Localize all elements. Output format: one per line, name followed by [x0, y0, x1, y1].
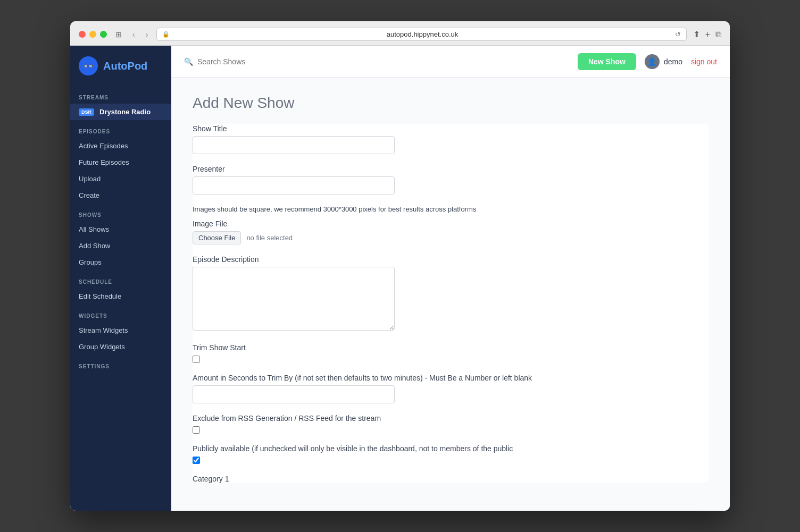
presenter-group: Presenter	[193, 165, 709, 195]
show-title-label: Show Title	[193, 124, 709, 133]
schedule-section-label: SCHEDULE	[70, 271, 171, 288]
exclude-rss-label: Exclude from RSS Generation / RSS Feed f…	[193, 414, 709, 423]
presenter-label: Presenter	[193, 165, 709, 173]
tab-view-button[interactable]: ⊞	[113, 29, 124, 40]
search-box: 🔍	[184, 57, 569, 66]
sidebar-item-group-widgets[interactable]: Group Widgets	[70, 339, 171, 355]
presenter-input[interactable]	[193, 176, 395, 195]
minimize-button[interactable]	[89, 31, 96, 38]
settings-section-label: SETTINGS	[70, 355, 171, 373]
sidebar-item-upload[interactable]: Upload	[70, 171, 171, 187]
header-user: 👤 demo	[645, 54, 682, 69]
stream-badge: DSR	[79, 108, 94, 116]
episode-description-group: Episode Description	[193, 255, 709, 333]
close-button[interactable]	[79, 31, 86, 38]
address-bar: 🔒 autopod.hippynet.co.uk ↺	[156, 28, 686, 41]
refresh-icon[interactable]: ↺	[675, 30, 681, 38]
exclude-rss-group: Exclude from RSS Generation / RSS Feed f…	[193, 414, 709, 434]
sidebar-stream-item[interactable]: DSR Drystone Radio	[70, 104, 171, 120]
lock-icon: 🔒	[162, 31, 170, 38]
image-info-group: Images should be square, we recommend 30…	[193, 205, 709, 244]
traffic-lights	[79, 31, 107, 38]
new-tab-icon[interactable]: +	[705, 30, 710, 39]
trim-show-start-row	[193, 355, 709, 363]
sidebar-item-future-episodes[interactable]: Future Episodes	[70, 154, 171, 171]
file-upload-row: Choose File no file selected	[193, 231, 709, 244]
back-button[interactable]: ‹	[130, 29, 137, 40]
no-file-text: no file selected	[246, 234, 293, 242]
sidebar: 👓 AutoPod STREAMS DSR Drystone Radio EPI…	[70, 46, 171, 511]
category1-label: Category 1	[193, 475, 709, 483]
stream-name: Drystone Radio	[99, 108, 151, 116]
username-label: demo	[664, 57, 682, 66]
trim-show-start-checkbox[interactable]	[193, 356, 200, 363]
episode-description-label: Episode Description	[193, 255, 709, 264]
main-content: Add New Show Show Title Presenter Images…	[171, 78, 730, 511]
logo-text: AutoPod	[103, 60, 147, 72]
split-view-icon[interactable]: ⧉	[715, 30, 721, 39]
share-icon[interactable]: ⬆	[693, 29, 700, 39]
sign-out-link[interactable]: sign out	[691, 57, 717, 66]
logo-icon: 👓	[79, 56, 98, 75]
logo-pod: Pod	[128, 60, 148, 72]
widgets-section-label: WIDGETS	[70, 305, 171, 322]
publicly-available-label: Publicly available (if unchecked will on…	[193, 444, 709, 453]
image-file-label: Image File	[193, 219, 709, 228]
trim-show-start-group: Trim Show Start	[193, 343, 709, 363]
exclude-rss-row	[193, 426, 709, 434]
trim-show-start-label: Trim Show Start	[193, 343, 709, 352]
publicly-available-row	[193, 456, 709, 464]
trim-amount-input[interactable]	[193, 385, 395, 403]
choose-file-button[interactable]: Choose File	[193, 231, 241, 244]
exclude-rss-checkbox[interactable]	[193, 426, 200, 434]
sidebar-item-active-episodes[interactable]: Active Episodes	[70, 138, 171, 154]
publicly-available-checkbox[interactable]	[193, 457, 200, 464]
streams-section-label: STREAMS	[70, 86, 171, 104]
sidebar-item-all-shows[interactable]: All Shows	[70, 221, 171, 238]
image-info-text: Images should be square, we recommend 30…	[193, 205, 709, 213]
search-input[interactable]	[197, 57, 569, 66]
episodes-section-label: EPISODES	[70, 120, 171, 138]
maximize-button[interactable]	[100, 31, 107, 38]
app-layout: 👓 AutoPod STREAMS DSR Drystone Radio EPI…	[70, 46, 730, 511]
url-display: autopod.hippynet.co.uk	[173, 30, 671, 38]
user-avatar-icon: 👤	[645, 54, 660, 69]
show-title-group: Show Title	[193, 124, 709, 154]
episode-description-textarea[interactable]	[193, 267, 395, 331]
publicly-available-group: Publicly available (if unchecked will on…	[193, 444, 709, 464]
page-title: Add New Show	[193, 95, 709, 112]
sidebar-item-groups[interactable]: Groups	[70, 254, 171, 271]
search-icon: 🔍	[184, 57, 193, 66]
show-title-input[interactable]	[193, 136, 395, 154]
sidebar-item-stream-widgets[interactable]: Stream Widgets	[70, 322, 171, 339]
shows-section-label: SHOWS	[70, 204, 171, 221]
category1-group: Category 1	[193, 475, 709, 483]
sidebar-logo: 👓 AutoPod	[70, 46, 171, 86]
browser-actions: ⬆ + ⧉	[693, 29, 721, 39]
sidebar-item-create[interactable]: Create	[70, 187, 171, 204]
trim-amount-group: Amount in Seconds to Trim By (if not set…	[193, 374, 709, 403]
browser-chrome: ⊞ ‹ › 🔒 autopod.hippynet.co.uk ↺ ⬆ + ⧉	[70, 21, 730, 46]
trim-amount-label: Amount in Seconds to Trim By (if not set…	[193, 374, 709, 382]
header: 🔍 New Show 👤 demo sign out	[171, 46, 730, 78]
sidebar-item-add-show[interactable]: Add Show	[70, 238, 171, 254]
add-show-form: Show Title Presenter Images should be sq…	[193, 124, 709, 483]
new-show-button[interactable]: New Show	[578, 53, 636, 70]
sidebar-item-edit-schedule[interactable]: Edit Schedule	[70, 288, 171, 305]
forward-button[interactable]: ›	[144, 29, 151, 40]
logo-auto: Auto	[103, 60, 128, 72]
